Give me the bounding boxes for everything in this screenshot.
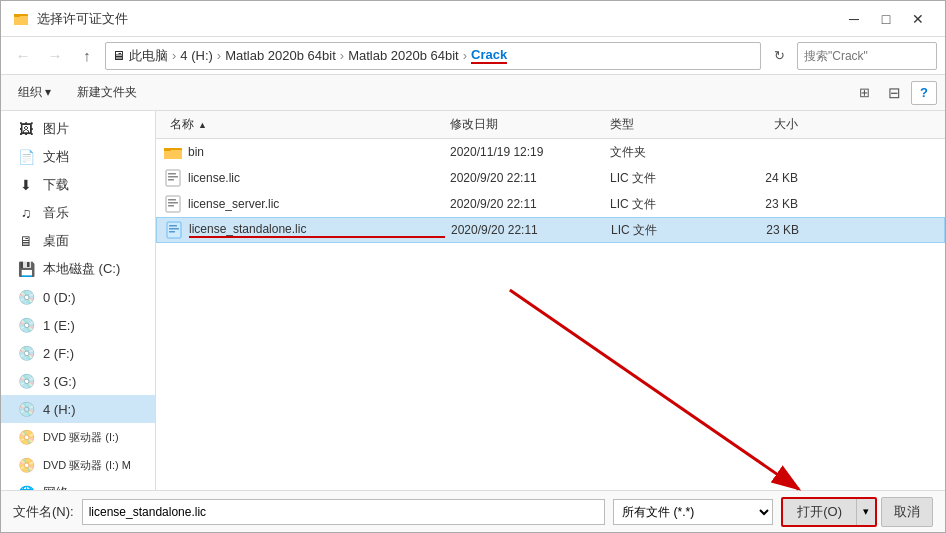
file-type-license-standalone: LIC 文件 — [605, 222, 725, 239]
svg-rect-6 — [166, 170, 180, 186]
sidebar-item-desktop[interactable]: 🖥 桌面 — [1, 227, 155, 255]
sidebar-item-d-drive[interactable]: 💿 0 (D:) — [1, 283, 155, 311]
col-type-header[interactable]: 类型 — [604, 112, 724, 137]
file-row-bin[interactable]: bin 2020/11/19 12:19 文件夹 — [156, 139, 945, 165]
dvd2-icon: 📀 — [17, 456, 35, 474]
file-name-license-standalone: license_standalone.lic — [189, 222, 445, 238]
file-dialog: 选择许可证文件 ─ □ ✕ ← → ↑ 🖥 此电脑 › 4 (H:) › Mat… — [0, 0, 946, 533]
sidebar-item-pictures[interactable]: 🖼 图片 — [1, 115, 155, 143]
sidebar-item-h-drive[interactable]: 💿 4 (H:) — [1, 395, 155, 423]
file-name-license: license.lic — [188, 171, 444, 185]
file-row-license-server[interactable]: license_server.lic 2020/9/20 22:11 LIC 文… — [156, 191, 945, 217]
file-size-license-server: 23 KB — [724, 197, 804, 211]
sidebar-item-label: DVD 驱动器 (I:) M — [43, 458, 131, 473]
sidebar-item-dvd1[interactable]: 📀 DVD 驱动器 (I:) — [1, 423, 155, 451]
organize-button[interactable]: 组织 ▾ — [9, 80, 60, 105]
crumb-current: Crack — [471, 47, 507, 64]
close-button[interactable]: ✕ — [903, 7, 933, 31]
folder-icon — [164, 143, 182, 161]
sidebar-item-dvd2[interactable]: 📀 DVD 驱动器 (I:) M — [1, 451, 155, 479]
filename-input[interactable] — [82, 499, 606, 525]
cancel-button[interactable]: 取消 — [881, 497, 933, 527]
sidebar-item-documents[interactable]: 📄 文档 — [1, 143, 155, 171]
f-drive-icon: 💿 — [17, 344, 35, 362]
view-list-button[interactable]: ⊟ — [881, 81, 907, 105]
back-button[interactable]: ← — [9, 42, 37, 70]
file-name-bin: bin — [188, 145, 444, 159]
bottom-bar: 文件名(N): 所有文件 (*.*) 打开(O) ▾ 取消 — [1, 490, 945, 532]
computer-icon: 🖥 — [112, 48, 125, 63]
crumb-computer: 此电脑 — [129, 47, 168, 65]
svg-rect-17 — [169, 231, 175, 233]
svg-rect-13 — [168, 205, 174, 207]
col-name-header[interactable]: 名称 — [164, 112, 444, 137]
lic-icon — [164, 169, 182, 187]
sidebar-item-label: 图片 — [43, 120, 69, 138]
main-area: 🖼 图片 📄 文档 ⬇ 下载 ♫ 音乐 🖥 桌面 💾 本地磁盘 (C:) — [1, 111, 945, 490]
file-date-bin: 2020/11/19 12:19 — [444, 145, 604, 159]
sidebar-item-c-drive[interactable]: 💾 本地磁盘 (C:) — [1, 255, 155, 283]
dialog-title: 选择许可证文件 — [37, 10, 128, 28]
crumb-folder2: Matlab 2020b 64bit — [348, 48, 459, 63]
view-controls: ⊞ ⊟ ? — [851, 81, 937, 105]
file-type-license: LIC 文件 — [604, 170, 724, 187]
sidebar-item-f-drive[interactable]: 💿 2 (F:) — [1, 339, 155, 367]
open-button[interactable]: 打开(O) — [783, 499, 856, 525]
sidebar-item-label: 音乐 — [43, 204, 69, 222]
open-button-group: 打开(O) ▾ — [781, 497, 877, 527]
refresh-button[interactable]: ↻ — [765, 42, 793, 70]
crumb-folder1: Matlab 2020b 64bit — [225, 48, 336, 63]
minimize-button[interactable]: ─ — [839, 7, 869, 31]
svg-rect-4 — [164, 150, 182, 159]
file-area: 名称 修改日期 类型 大小 bin 2020/11/19 12:19 文件夹 — [156, 111, 945, 490]
maximize-button[interactable]: □ — [871, 7, 901, 31]
forward-button[interactable]: → — [41, 42, 69, 70]
file-size-license: 24 KB — [724, 171, 804, 185]
downloads-icon: ⬇ — [17, 176, 35, 194]
g-drive-icon: 💿 — [17, 372, 35, 390]
lic-server-icon — [164, 195, 182, 213]
svg-rect-10 — [166, 196, 180, 212]
sidebar-item-network[interactable]: 🌐 网络 — [1, 479, 155, 490]
view-details-button[interactable]: ⊞ — [851, 81, 877, 105]
dialog-icon — [13, 11, 29, 27]
dvd1-icon: 📀 — [17, 428, 35, 446]
action-buttons: 打开(O) ▾ 取消 — [781, 497, 933, 527]
help-button[interactable]: ? — [911, 81, 937, 105]
svg-rect-5 — [164, 148, 171, 151]
sidebar-item-label: 1 (E:) — [43, 318, 75, 333]
sidebar-item-e-drive[interactable]: 💿 1 (E:) — [1, 311, 155, 339]
sidebar-item-label: 0 (D:) — [43, 290, 76, 305]
search-input[interactable] — [804, 49, 946, 63]
desktop-icon: 🖥 — [17, 232, 35, 250]
svg-rect-2 — [14, 14, 20, 17]
window-controls: ─ □ ✕ — [839, 7, 933, 31]
breadcrumb: 此电脑 › 4 (H:) › Matlab 2020b 64bit › Matl… — [129, 47, 507, 65]
file-type-license-server: LIC 文件 — [604, 196, 724, 213]
crumb-drive: 4 (H:) — [180, 48, 213, 63]
col-date-header[interactable]: 修改日期 — [444, 112, 604, 137]
new-folder-button[interactable]: 新建文件夹 — [68, 80, 146, 105]
d-drive-icon: 💿 — [17, 288, 35, 306]
search-box[interactable]: 🔍 — [797, 42, 937, 70]
file-date-license-server: 2020/9/20 22:11 — [444, 197, 604, 211]
sidebar-item-downloads[interactable]: ⬇ 下载 — [1, 171, 155, 199]
sidebar-item-g-drive[interactable]: 💿 3 (G:) — [1, 367, 155, 395]
col-size-header[interactable]: 大小 — [724, 112, 804, 137]
file-row-license-standalone[interactable]: license_standalone.lic 2020/9/20 22:11 L… — [156, 217, 945, 243]
organize-toolbar: 组织 ▾ 新建文件夹 ⊞ ⊟ ? — [1, 75, 945, 111]
sidebar-item-music[interactable]: ♫ 音乐 — [1, 199, 155, 227]
filename-label: 文件名(N): — [13, 503, 74, 521]
sidebar-item-label: 下载 — [43, 176, 69, 194]
svg-rect-1 — [14, 16, 28, 25]
sidebar: 🖼 图片 📄 文档 ⬇ 下载 ♫ 音乐 🖥 桌面 💾 本地磁盘 (C:) — [1, 111, 156, 490]
up-button[interactable]: ↑ — [73, 42, 101, 70]
filetype-select[interactable]: 所有文件 (*.*) — [613, 499, 773, 525]
file-name-license-server: license_server.lic — [188, 197, 444, 211]
file-row-license[interactable]: license.lic 2020/9/20 22:11 LIC 文件 24 KB — [156, 165, 945, 191]
address-bar[interactable]: 🖥 此电脑 › 4 (H:) › Matlab 2020b 64bit › Ma… — [105, 42, 761, 70]
sidebar-item-label: 本地磁盘 (C:) — [43, 260, 120, 278]
svg-rect-7 — [168, 173, 176, 175]
open-button-arrow[interactable]: ▾ — [856, 499, 875, 525]
sidebar-item-label: 桌面 — [43, 232, 69, 250]
